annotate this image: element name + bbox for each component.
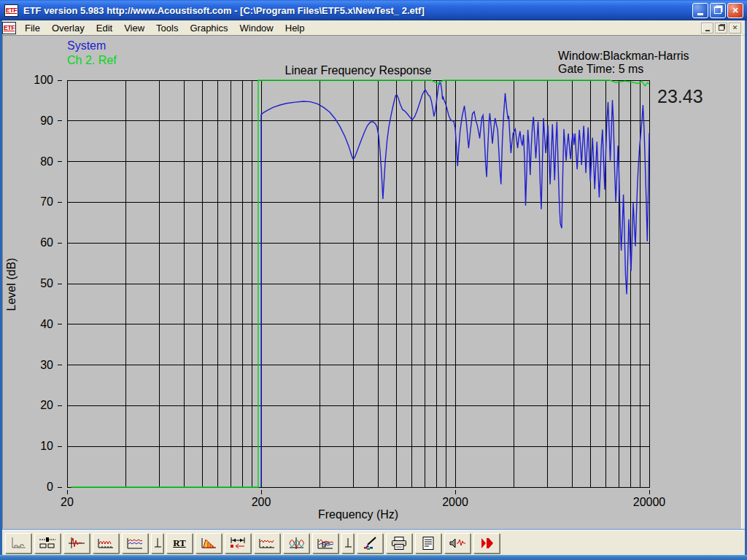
phase-response-button[interactable] — [283, 533, 309, 553]
x-tick-label: 20 — [38, 496, 96, 509]
y-tick-label: 100 — [20, 74, 53, 87]
time-display-button[interactable] — [5, 533, 31, 553]
x-tick-label: 20000 — [620, 496, 678, 509]
menu-bar: ETF FileOverlayEditViewToolsGraphicsWind… — [0, 20, 747, 36]
color-settings-button[interactable] — [357, 533, 383, 553]
frequency-response-button[interactable] — [93, 533, 119, 553]
impulse-response-button[interactable] — [63, 533, 90, 553]
menu-tools[interactable]: Tools — [150, 21, 184, 35]
restore-icon — [714, 7, 721, 14]
menu-view[interactable]: View — [118, 21, 150, 35]
y-tick-label: 10 — [20, 440, 53, 453]
menu-items: FileOverlayEditViewToolsGraphicsWindowHe… — [19, 21, 311, 35]
rt-label: RT — [173, 537, 186, 549]
x-tick-label: 2000 — [426, 496, 484, 509]
y-tick-label: 80 — [20, 155, 53, 168]
notes-button[interactable] — [415, 533, 441, 553]
mdi-restore-button[interactable] — [715, 23, 727, 34]
y-tick-label: 50 — [20, 277, 53, 290]
window-function-label: Window:Blackman-Harris — [558, 50, 689, 63]
y-tick-label: 70 — [20, 195, 53, 209]
multi-curves-icon — [316, 536, 335, 551]
y-tick-label: 20 — [20, 399, 53, 412]
restore-button[interactable] — [710, 3, 726, 18]
menu-help[interactable]: Help — [279, 21, 311, 35]
gate-time-label: Gate Time: 5 ms — [558, 63, 643, 76]
minimize-icon — [705, 30, 710, 31]
minimize-icon — [697, 13, 703, 15]
reverb-time-button[interactable]: RT — [166, 533, 193, 553]
menu-graphics[interactable]: Graphics — [184, 21, 233, 35]
app-icon: ETF — [4, 4, 18, 17]
axis-steps-icon — [9, 536, 28, 551]
smoothed-response-button[interactable] — [254, 533, 280, 553]
restore-icon — [719, 25, 724, 31]
gate-settings-button[interactable] — [225, 533, 251, 553]
close-icon: ✕ — [732, 6, 738, 15]
run-button[interactable] — [473, 533, 500, 553]
x-axis-label: Frequency (Hz) — [67, 508, 649, 521]
cursor-value: 23.43 — [657, 86, 703, 107]
close-icon: ✕ — [732, 24, 738, 31]
window-border-bottom — [0, 555, 747, 560]
y-tick-label: 60 — [20, 236, 53, 249]
y-tick-label: 40 — [20, 318, 53, 331]
printer-icon — [390, 536, 409, 551]
y-tick-label: 30 — [20, 359, 53, 372]
window-title: ETF version 5.983 http://www.Acoustisoft… — [23, 5, 692, 16]
overlay-curves-button[interactable] — [312, 533, 338, 553]
gate-icon — [228, 536, 247, 551]
zigzag-icon — [258, 536, 276, 551]
print-button[interactable] — [386, 533, 412, 553]
panels-icon — [38, 536, 57, 551]
menu-window[interactable]: Window — [234, 21, 279, 35]
menu-edit[interactable]: Edit — [90, 21, 118, 35]
menu-overlay[interactable]: Overlay — [46, 21, 90, 35]
app-window: ETF ETF version 5.983 http://www.Acousti… — [0, 0, 747, 560]
x-tick-label: 200 — [232, 496, 290, 509]
mini-axis-icon — [344, 536, 352, 551]
mdi-close-button[interactable]: ✕ — [729, 23, 741, 34]
y-axis-label: Level (dB) — [5, 233, 18, 335]
impulse-icon — [67, 536, 86, 551]
mini-axis-2-button[interactable] — [341, 533, 354, 553]
measure-button[interactable] — [444, 533, 471, 553]
sines-icon — [287, 536, 306, 551]
document-icon — [419, 536, 438, 551]
mdi-minimize-button[interactable] — [701, 23, 713, 34]
waterfall-button[interactable] — [122, 533, 148, 553]
mini-axis-icon — [153, 536, 162, 551]
decay-icon — [199, 536, 218, 551]
energy-decay-button[interactable] — [196, 533, 222, 553]
legend-system: System — [67, 39, 106, 52]
speaker-wave-icon — [448, 536, 467, 551]
window-border-left — [0, 20, 2, 560]
chart-area[interactable]: System Ch 2. Ref Linear Frequency Respon… — [2, 35, 742, 530]
minimize-button[interactable] — [692, 3, 708, 18]
y-tick-label: 90 — [20, 114, 53, 128]
document-icon[interactable]: ETF — [2, 22, 16, 34]
mini-axis-1-button[interactable] — [151, 533, 163, 553]
menu-file[interactable]: File — [19, 21, 46, 35]
title-bar: ETF ETF version 5.983 http://www.Acousti… — [0, 0, 747, 20]
brush-icon — [360, 536, 379, 551]
close-button[interactable]: ✕ — [727, 3, 743, 18]
waterfall-icon — [125, 536, 144, 551]
play-icon — [477, 536, 496, 551]
y-tick-label: 0 — [20, 481, 53, 494]
control-panels-button[interactable] — [34, 533, 61, 553]
toolbar: RT — [2, 530, 745, 556]
frequency-response-plot[interactable] — [2, 35, 741, 530]
freq-response-icon — [96, 536, 115, 551]
